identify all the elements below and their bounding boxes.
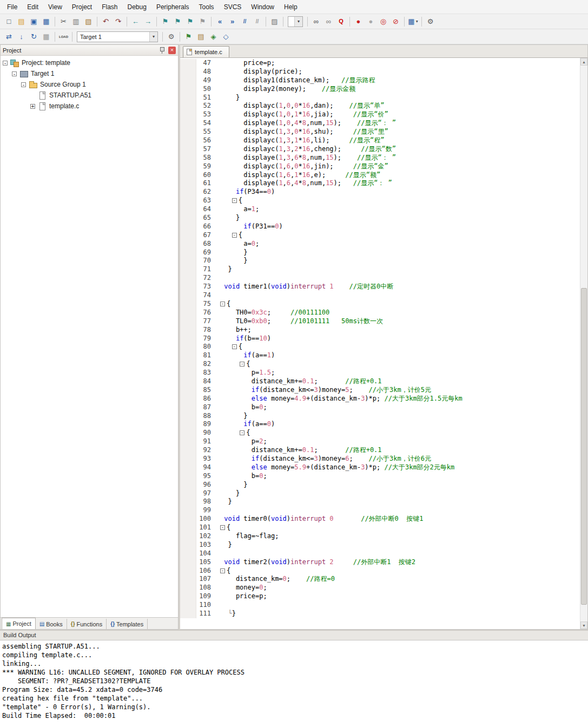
- breakpoint-margin[interactable]: [180, 110, 196, 119]
- breakpoint-margin[interactable]: [180, 102, 196, 110]
- bookmark-toggle-icon[interactable]: ⚑: [160, 16, 171, 27]
- breakpoint-margin[interactable]: [180, 197, 196, 205]
- code-line[interactable]: 111 └}: [180, 610, 580, 618]
- menu-item-debug[interactable]: Debug: [123, 1, 151, 14]
- fold-collapse-icon[interactable]: -: [240, 362, 245, 367]
- find-icon[interactable]: ∞: [323, 16, 334, 27]
- breakpoint-margin[interactable]: [180, 369, 196, 377]
- breakpoint-margin[interactable]: [180, 283, 196, 291]
- rebuild-all-icon[interactable]: ↻: [28, 31, 39, 42]
- breakpoint-margin[interactable]: [180, 610, 196, 618]
- tree-item-source-group-1[interactable]: -Source Group 1: [1, 79, 178, 90]
- menu-item-project[interactable]: Project: [67, 1, 97, 14]
- menu-item-svcs[interactable]: SVCS: [219, 1, 247, 14]
- uncomment-icon[interactable]: //: [252, 16, 263, 27]
- target-select[interactable]: Target 1▾: [77, 31, 158, 42]
- new-file-icon[interactable]: □: [3, 16, 15, 27]
- code-line[interactable]: 51 }: [180, 94, 580, 102]
- code-line[interactable]: 100 void timer0(void)interrupt 0 //外部中断0…: [180, 515, 580, 524]
- breakpoint-margin[interactable]: [180, 446, 196, 455]
- code-line[interactable]: 81 if(a==1): [180, 351, 580, 360]
- breakpoint-margin[interactable]: [180, 317, 196, 326]
- fold-collapse-icon[interactable]: -: [220, 568, 225, 573]
- bookmark-clear-icon[interactable]: ⚑: [197, 16, 208, 27]
- breakpoint-margin[interactable]: [180, 532, 196, 541]
- code-line[interactable]: 97 }: [180, 489, 580, 498]
- breakpoint-margin[interactable]: [180, 592, 196, 601]
- menu-item-flash[interactable]: Flash: [97, 1, 122, 14]
- code-line[interactable]: 102 flag=~flag;: [180, 532, 580, 541]
- breakpoint-margin[interactable]: [180, 472, 196, 481]
- indent-more-icon[interactable]: »: [227, 16, 238, 27]
- code-line[interactable]: 58 displaye(1,3,6*8,num,15); //显示“： ”: [180, 154, 580, 162]
- download-flash-icon[interactable]: LOAD: [58, 31, 69, 42]
- code-line[interactable]: 63 -{: [180, 197, 580, 205]
- breakpoint-margin[interactable]: [180, 351, 196, 360]
- tab-template-c[interactable]: template.c: [183, 46, 229, 57]
- kill-all-breakpoints-icon[interactable]: ⊘: [390, 16, 401, 27]
- code-line[interactable]: 75-{: [180, 300, 580, 309]
- code-line[interactable]: 67 -{: [180, 231, 580, 240]
- breakpoint-margin[interactable]: [180, 481, 196, 489]
- code-line[interactable]: 109 price=p;: [180, 592, 580, 601]
- cut-icon[interactable]: ✂: [58, 16, 69, 27]
- code-line[interactable]: 98 }: [180, 498, 580, 506]
- breakpoint-margin[interactable]: [180, 429, 196, 437]
- code-line[interactable]: 78 b++;: [180, 326, 580, 335]
- breakpoint-margin[interactable]: [180, 463, 196, 472]
- breakpoint-margin[interactable]: [180, 541, 196, 550]
- breakpoint-margin[interactable]: [180, 223, 196, 231]
- tree-item-template-c[interactable]: +template.c: [1, 101, 178, 112]
- breakpoint-margin[interactable]: [180, 300, 196, 309]
- configure-flash-icon[interactable]: ▨: [269, 16, 280, 27]
- redo-icon[interactable]: ↷: [113, 16, 124, 27]
- code-line[interactable]: 62 if(P34==0): [180, 188, 580, 197]
- breakpoint-margin[interactable]: [180, 550, 196, 558]
- menu-item-edit[interactable]: Edit: [22, 1, 43, 14]
- quick-find-combo[interactable]: ▾: [288, 16, 303, 27]
- breakpoint-margin[interactable]: [180, 309, 196, 317]
- breakpoint-margin[interactable]: [180, 506, 196, 515]
- breakpoint-margin[interactable]: [180, 179, 196, 188]
- code-line[interactable]: 60 displayc(1,6,1*16,e); //显示“额”: [180, 171, 580, 180]
- code-line[interactable]: 87 b=0;: [180, 403, 580, 412]
- menu-item-view[interactable]: View: [43, 1, 67, 14]
- breakpoint-margin[interactable]: [180, 567, 196, 575]
- breakpoint-margin[interactable]: [180, 128, 196, 136]
- code-line[interactable]: 59 displayc(1,6,0*16,jin); //显示“金”: [180, 162, 580, 171]
- breakpoint-margin[interactable]: [180, 343, 196, 351]
- breakpoint-margin[interactable]: [180, 412, 196, 421]
- scroll-up-icon[interactable]: ▲: [580, 58, 587, 66]
- pin-icon[interactable]: [159, 47, 166, 54]
- breakpoint-margin[interactable]: [180, 257, 196, 265]
- code-line[interactable]: 84 distance_km+=0.1; //路程+0.1: [180, 377, 580, 386]
- breakpoint-margin[interactable]: [180, 240, 196, 248]
- breakpoint-margin[interactable]: [180, 145, 196, 154]
- code-line[interactable]: 108 money=0;: [180, 584, 580, 592]
- breakpoint-margin[interactable]: [180, 558, 196, 567]
- breakpoint-margin[interactable]: [180, 94, 196, 102]
- breakpoint-margin[interactable]: [180, 68, 196, 76]
- code-line[interactable]: 54 displaye(1,0,4*8,num,15); //显示“： ”: [180, 119, 580, 128]
- code-line[interactable]: 71 }: [180, 265, 580, 274]
- code-line[interactable]: 99: [180, 506, 580, 515]
- panel-tab-project[interactable]: ▦Project: [2, 618, 36, 629]
- code-line[interactable]: 77 TL0=0xb0; //10101111 50ms计数一次: [180, 317, 580, 326]
- batch-build-icon[interactable]: ▦: [41, 31, 52, 42]
- breakpoint-margin[interactable]: [180, 386, 196, 395]
- code-line[interactable]: 52 displayc(1,0,0*16,dan); //显示“单”: [180, 102, 580, 110]
- code-line[interactable]: 56 displayc(1,3,1*16,li); //显示“程”: [180, 136, 580, 145]
- scrollbar-track[interactable]: [580, 66, 587, 622]
- breakpoint-margin[interactable]: [180, 489, 196, 498]
- code-line[interactable]: 76 TH0=0x3c; //00111100: [180, 309, 580, 317]
- disable-all-breakpoints-icon[interactable]: ◎: [378, 16, 389, 27]
- paste-icon[interactable]: ▧: [83, 16, 94, 27]
- breakpoint-margin[interactable]: [180, 601, 196, 610]
- breakpoint-margin[interactable]: [180, 395, 196, 403]
- breakpoint-margin[interactable]: [180, 231, 196, 240]
- breakpoint-margin[interactable]: [180, 360, 196, 369]
- code-line[interactable]: 107 distance_km=0; //路程=0: [180, 575, 580, 584]
- chevron-down-icon[interactable]: ▾: [294, 17, 302, 27]
- bookmark-prev-icon[interactable]: ⚑: [172, 16, 183, 27]
- code-line[interactable]: 49 display1(distance_km); //显示路程: [180, 76, 580, 85]
